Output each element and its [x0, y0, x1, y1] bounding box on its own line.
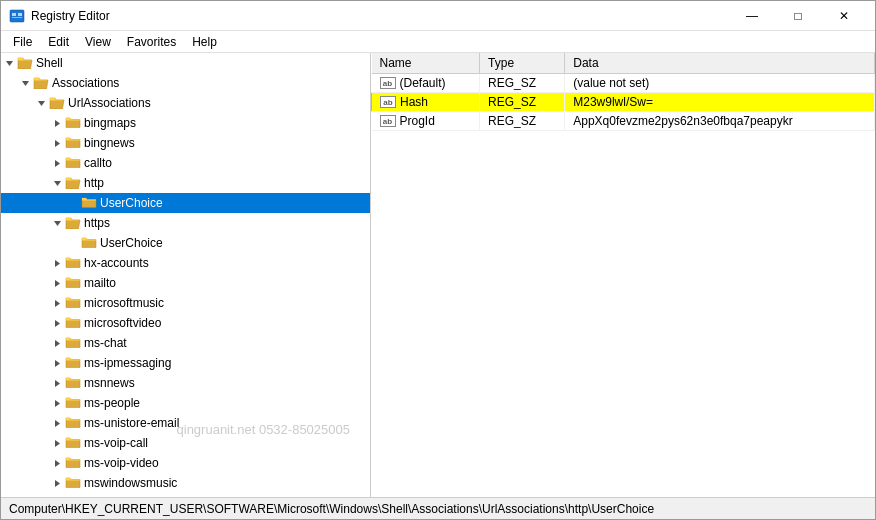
main-area: ShellAssociationsUrlAssociationsbingmaps… [1, 53, 875, 497]
tree-item[interactable]: Associations [1, 73, 370, 93]
table-row[interactable]: ab(Default)REG_SZ(value not set) [372, 74, 875, 93]
tree-label: hx-accounts [84, 256, 149, 270]
tree-expander[interactable] [1, 55, 17, 71]
tree-expander[interactable] [49, 495, 65, 497]
folder-icon [65, 295, 81, 311]
tree-expander[interactable] [49, 315, 65, 331]
menu-favorites[interactable]: Favorites [119, 33, 184, 51]
maximize-button[interactable]: □ [775, 1, 821, 31]
menu-help[interactable]: Help [184, 33, 225, 51]
table-row[interactable]: abProgIdREG_SZAppXq0fevzme2pys62n3e0fbqa… [372, 112, 875, 131]
tree-label: Shell [36, 56, 63, 70]
cell-name: ab(Default) [372, 74, 480, 93]
tree-expander[interactable] [49, 395, 65, 411]
tree-expander[interactable] [49, 335, 65, 351]
tree-item[interactable]: UserChoice [1, 233, 370, 253]
svg-marker-6 [38, 101, 45, 106]
status-bar: Computer\HKEY_CURRENT_USER\SOFTWARE\Micr… [1, 497, 875, 519]
tree-item[interactable]: UserChoice [1, 193, 370, 213]
close-button[interactable]: ✕ [821, 1, 867, 31]
tree-label: ms-people [84, 396, 140, 410]
menu-edit[interactable]: Edit [40, 33, 77, 51]
svg-marker-7 [55, 120, 60, 127]
tree-item[interactable]: ms-voip-video [1, 453, 370, 473]
tree-expander[interactable] [49, 355, 65, 371]
cell-type: REG_SZ [480, 112, 565, 131]
folder-icon [65, 455, 81, 471]
app-icon [9, 8, 25, 24]
tree-item[interactable]: hx-accounts [1, 253, 370, 273]
tree-label: bingmaps [84, 116, 136, 130]
folder-icon [49, 95, 65, 111]
svg-rect-1 [12, 13, 16, 16]
tree-item[interactable]: ms-chat [1, 333, 370, 353]
window-controls: — □ ✕ [729, 1, 867, 31]
tree-panel[interactable]: ShellAssociationsUrlAssociationsbingmaps… [1, 53, 371, 497]
registry-table: Name Type Data ab(Default)REG_SZ(value n… [371, 53, 875, 131]
tree-expander[interactable] [49, 255, 65, 271]
registry-editor-window: Registry Editor — □ ✕ FileEditViewFavori… [0, 0, 876, 520]
tree-item[interactable]: ms-people [1, 393, 370, 413]
detail-panel: Name Type Data ab(Default)REG_SZ(value n… [371, 53, 875, 497]
tree-item[interactable]: microsoftmusic [1, 293, 370, 313]
tree-label: ms-windows-store [84, 496, 181, 497]
folder-icon [65, 355, 81, 371]
cell-type: REG_SZ [480, 74, 565, 93]
folder-icon [65, 255, 81, 271]
tree-expander[interactable] [33, 95, 49, 111]
tree-expander[interactable] [17, 75, 33, 91]
svg-marker-20 [55, 420, 60, 427]
minimize-button[interactable]: — [729, 1, 775, 31]
tree-label: https [84, 216, 110, 230]
folder-icon [65, 115, 81, 131]
tree-item[interactable]: ms-ipmessaging [1, 353, 370, 373]
tree-expander[interactable] [49, 435, 65, 451]
tree-label: ms-chat [84, 336, 127, 350]
menu-bar: FileEditViewFavoritesHelp [1, 31, 875, 53]
svg-marker-16 [55, 340, 60, 347]
tree-expander[interactable] [49, 135, 65, 151]
tree-item[interactable]: mswindowsmusic [1, 473, 370, 493]
tree-expander[interactable] [49, 275, 65, 291]
tree-expander[interactable] [49, 295, 65, 311]
folder-icon [65, 475, 81, 491]
svg-marker-12 [55, 260, 60, 267]
table-row[interactable]: abHashREG_SZM23w9lwl/Sw= [372, 93, 875, 112]
tree-expander[interactable] [49, 175, 65, 191]
window-title: Registry Editor [31, 9, 729, 23]
menu-view[interactable]: View [77, 33, 119, 51]
tree-expander[interactable] [49, 215, 65, 231]
folder-icon [17, 55, 33, 71]
tree-item[interactable]: ms-unistore-email [1, 413, 370, 433]
tree-expander[interactable] [49, 455, 65, 471]
tree-item[interactable]: ms-windows-store [1, 493, 370, 497]
detail-table[interactable]: Name Type Data ab(Default)REG_SZ(value n… [371, 53, 875, 497]
tree-expander[interactable] [49, 115, 65, 131]
tree-label: mailto [84, 276, 116, 290]
tree-item[interactable]: https [1, 213, 370, 233]
tree-item[interactable]: Shell [1, 53, 370, 73]
tree-expander[interactable] [49, 155, 65, 171]
tree-item[interactable]: mailto [1, 273, 370, 293]
tree-expander[interactable] [49, 415, 65, 431]
tree-label: UserChoice [100, 196, 163, 210]
tree-expander[interactable] [65, 235, 81, 251]
tree-item[interactable]: bingnews [1, 133, 370, 153]
tree-item[interactable]: http [1, 173, 370, 193]
folder-icon [65, 175, 81, 191]
tree-container: ShellAssociationsUrlAssociationsbingmaps… [1, 53, 370, 497]
col-data: Data [565, 53, 875, 74]
tree-item[interactable]: callto [1, 153, 370, 173]
tree-label: mswindowsmusic [84, 476, 177, 490]
tree-expander[interactable] [49, 375, 65, 391]
cell-data: AppXq0fevzme2pys62n3e0fbqa7peapykr [565, 112, 875, 131]
tree-item[interactable]: microsoftvideo [1, 313, 370, 333]
tree-expander[interactable] [49, 475, 65, 491]
tree-item[interactable]: ms-voip-call [1, 433, 370, 453]
tree-expander[interactable] [65, 195, 81, 211]
tree-item[interactable]: bingmaps [1, 113, 370, 133]
folder-icon [65, 435, 81, 451]
tree-item[interactable]: UrlAssociations [1, 93, 370, 113]
tree-item[interactable]: msnnews [1, 373, 370, 393]
menu-file[interactable]: File [5, 33, 40, 51]
